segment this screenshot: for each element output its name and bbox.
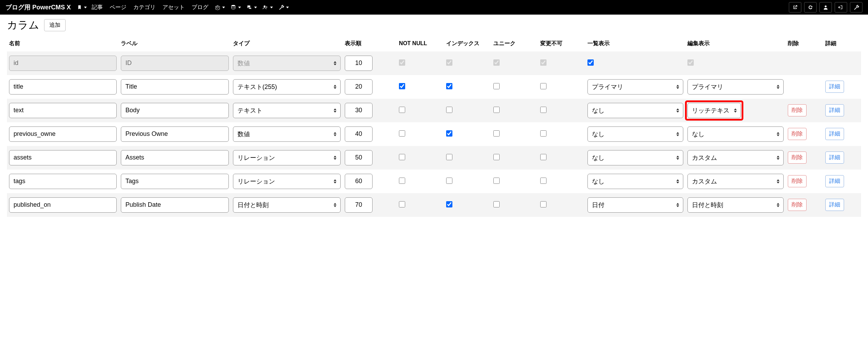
order-input[interactable] [345,79,373,95]
index-checkbox[interactable] [446,83,452,89]
index-checkbox[interactable] [446,178,452,184]
unique-checkbox[interactable] [493,154,500,160]
not-null-checkbox[interactable] [399,83,405,89]
type-select[interactable]: 日付と時刻 [233,197,341,213]
not-null-checkbox[interactable] [399,154,405,160]
add-column-button[interactable]: 追加 [44,19,66,31]
tools-menu[interactable] [276,3,291,11]
edit-display-select[interactable]: プライマリ [687,79,783,95]
unique-checkbox[interactable] [493,201,500,207]
header-list-display: 一覧表示 [585,37,685,51]
type-select[interactable]: 数値 [233,126,341,142]
section-title: カラム [7,18,39,32]
order-input[interactable] [345,103,373,118]
edit-display-select[interactable]: 日付と時刻 [687,197,783,213]
unique-checkbox[interactable] [493,83,500,89]
header-type: タイプ [231,37,343,51]
name-input[interactable] [9,150,117,165]
order-input[interactable] [345,174,373,189]
header-unchangeable: 変更不可 [538,37,585,51]
unchangeable-checkbox[interactable] [540,201,546,207]
nav-item-blog[interactable]: ブログ [189,2,211,13]
not-null-checkbox[interactable] [399,178,405,184]
database-menu[interactable] [228,3,243,11]
detail-button[interactable]: 詳細 [825,81,844,93]
list-display-select[interactable]: なし [587,126,683,142]
logout-button[interactable] [835,2,847,13]
delete-button[interactable]: 削除 [788,128,807,140]
unchangeable-checkbox[interactable] [540,83,546,89]
not-null-checkbox[interactable] [399,107,405,113]
type-select[interactable]: テキスト [233,103,341,118]
open-external-button[interactable] [789,2,801,13]
name-input[interactable] [9,197,117,213]
type-select[interactable]: リレーション [233,150,341,165]
edit-display-select[interactable]: カスタム [687,150,783,165]
name-input[interactable] [9,174,117,189]
not-null-checkbox[interactable] [399,201,405,207]
name-input[interactable] [9,126,117,142]
list-display-select[interactable]: 日付 [587,197,683,213]
delete-button[interactable]: 削除 [788,199,807,211]
list-display-select[interactable]: なし [587,150,683,165]
detail-button[interactable]: 詳細 [825,175,844,187]
edit-display-select[interactable]: リッチテキス [687,103,741,118]
index-checkbox[interactable] [446,154,452,160]
detail-button[interactable]: 詳細 [825,152,844,164]
edit-display-select[interactable]: カスタム [687,174,783,189]
index-checkbox[interactable] [446,201,452,207]
account-button[interactable] [819,2,832,13]
nav-item-article[interactable]: 記事 [89,2,106,13]
bookmark-menu[interactable] [75,3,89,11]
list-display-select[interactable]: なし [587,103,683,118]
order-input[interactable] [345,56,373,71]
comments-menu[interactable] [244,3,259,11]
order-input[interactable] [345,150,373,165]
name-input[interactable] [9,79,117,95]
label-input[interactable] [121,197,228,213]
type-select[interactable]: リレーション [233,174,341,189]
top-navigation-bar: ブログ用 PowerCMS X 記事 ページ カテゴリ アセット ブログ [0,0,868,15]
nav-item-page[interactable]: ページ [107,2,129,13]
user-menu[interactable] [260,3,275,11]
label-input[interactable] [121,103,228,118]
unique-checkbox[interactable] [493,107,500,113]
list-display-checkbox[interactable] [587,59,594,66]
detail-button[interactable]: 詳細 [825,128,844,140]
label-input[interactable] [121,150,228,165]
nav-item-asset[interactable]: アセット [160,2,187,13]
caret-down-icon [254,7,257,8]
unchangeable-checkbox[interactable] [540,178,546,184]
delete-button[interactable]: 削除 [788,175,807,187]
order-input[interactable] [345,126,373,142]
logout-icon [838,5,844,10]
order-input[interactable] [345,197,373,213]
index-checkbox[interactable] [446,107,452,113]
nav-items: 記事 ページ カテゴリ アセット ブログ [89,2,291,13]
unique-checkbox[interactable] [493,130,500,137]
delete-button[interactable]: 削除 [788,152,807,164]
name-input [9,56,117,71]
type-select[interactable]: テキスト(255) [233,79,341,95]
edit-display-select[interactable]: なし [687,126,783,142]
list-display-select[interactable]: なし [587,174,683,189]
not-null-checkbox[interactable] [399,130,405,137]
unchangeable-checkbox[interactable] [540,154,546,160]
settings-menu[interactable] [212,3,227,11]
nav-item-category[interactable]: カテゴリ [131,2,158,13]
unchangeable-checkbox[interactable] [540,130,546,137]
detail-button[interactable]: 詳細 [825,104,844,116]
detail-button[interactable]: 詳細 [825,199,844,211]
index-checkbox[interactable] [446,130,452,137]
caret-down-icon [270,7,273,8]
unchangeable-checkbox[interactable] [540,107,546,113]
name-input[interactable] [9,103,117,118]
delete-button[interactable]: 削除 [788,104,807,116]
tools-button[interactable] [850,2,862,13]
unique-checkbox[interactable] [493,178,500,184]
label-input[interactable] [121,174,228,189]
label-input[interactable] [121,126,228,142]
refresh-button[interactable] [804,2,817,13]
list-display-select[interactable]: プライマリ [587,79,683,95]
label-input[interactable] [121,79,228,95]
